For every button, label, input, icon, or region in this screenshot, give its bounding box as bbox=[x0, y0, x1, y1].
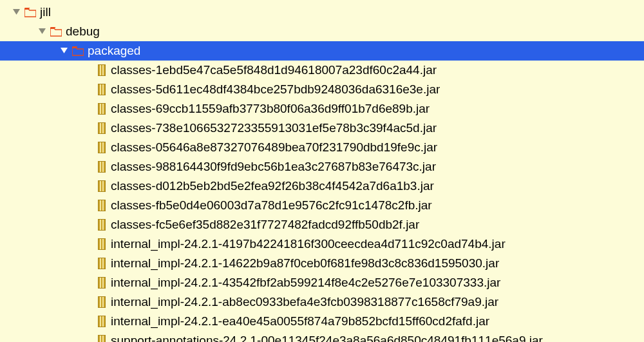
jar-file-icon bbox=[98, 335, 106, 342]
file-list: classes-1ebd5e47ca5e5f848d1d94618007a23d… bbox=[0, 61, 644, 342]
file-label: classes-1ebd5e47ca5e5f848d1d94618007a23d… bbox=[111, 61, 437, 80]
svg-marker-2 bbox=[61, 48, 68, 53]
tree-file-item[interactable]: classes-5d611ec48df4384bce257bdb9248036d… bbox=[0, 80, 644, 99]
jar-file-icon bbox=[98, 122, 106, 134]
file-label: classes-05646a8e87327076489bea70f231790d… bbox=[111, 138, 437, 157]
tree-file-item[interactable]: internal_impl-24.2.1-4197b42241816f300ce… bbox=[0, 234, 644, 254]
file-label: classes-fb5e0d4e06003d7a78d1e9576c2fc91c… bbox=[111, 196, 432, 215]
file-label: internal_impl-24.2.1-43542fbf2ab599214f8… bbox=[111, 273, 500, 292]
file-label: classes-988164430f9fd9ebc56b1ea3c27687b8… bbox=[111, 157, 436, 176]
tree-file-item[interactable]: internal_impl-24.2.1-ab8ec0933befa4e3fcb… bbox=[0, 292, 644, 312]
tree-file-item[interactable]: support-annotations-24.2.1-00e11345f24e3… bbox=[0, 331, 644, 342]
svg-marker-1 bbox=[39, 28, 46, 34]
tree-file-item[interactable]: internal_impl-24.2.1-ea40e45a0055f874a79… bbox=[0, 312, 644, 331]
disclosure-arrow-icon[interactable] bbox=[12, 8, 21, 17]
tree-folder-debug[interactable]: debug bbox=[0, 22, 644, 41]
file-label: classes-5d611ec48df4384bce257bdb9248036d… bbox=[111, 80, 440, 99]
tree-folder-packaged[interactable]: packaged bbox=[0, 41, 644, 61]
folder-icon bbox=[24, 8, 36, 17]
jar-file-icon bbox=[98, 277, 106, 289]
folder-icon bbox=[72, 46, 84, 56]
file-label: support-annotations-24.2.1-00e11345f24e3… bbox=[111, 331, 543, 342]
tree-file-item[interactable]: classes-fb5e0d4e06003d7a78d1e9576c2fc91c… bbox=[0, 196, 644, 215]
tree-file-item[interactable]: classes-69ccb11559afb3773b80f06a36d9ff01… bbox=[0, 99, 644, 119]
jar-file-icon bbox=[98, 296, 106, 308]
jar-file-icon bbox=[98, 258, 106, 269]
jar-file-icon bbox=[98, 64, 106, 76]
jar-file-icon bbox=[98, 316, 106, 327]
folder-label: packaged bbox=[88, 41, 140, 61]
file-label: internal_impl-24.2.1-ea40e45a0055f874a79… bbox=[111, 312, 489, 331]
tree-file-item[interactable]: classes-fc5e6ef35d882e31f7727482fadcd92f… bbox=[0, 215, 644, 234]
svg-marker-0 bbox=[13, 9, 20, 15]
disclosure-arrow-icon[interactable] bbox=[59, 46, 68, 55]
tree-file-item[interactable]: classes-d012b5eb2bd5e2fea92f26b38c4f4542… bbox=[0, 176, 644, 196]
file-label: internal_impl-24.2.1-ab8ec0933befa4e3fcb… bbox=[111, 292, 498, 312]
jar-file-icon bbox=[98, 103, 106, 115]
file-label: internal_impl-24.2.1-4197b42241816f300ce… bbox=[111, 234, 506, 254]
tree-file-item[interactable]: classes-738e1066532723355913031ef5e78b3c… bbox=[0, 119, 644, 138]
folder-label: jill bbox=[40, 3, 51, 22]
tree-file-item[interactable]: internal_impl-24.2.1-14622b9a87f0ceb0f68… bbox=[0, 254, 644, 273]
folder-label: debug bbox=[66, 22, 100, 41]
file-label: classes-738e1066532723355913031ef5e78b3c… bbox=[111, 119, 437, 138]
file-label: classes-69ccb11559afb3773b80f06a36d9ff01… bbox=[111, 99, 430, 119]
tree-file-item[interactable]: classes-988164430f9fd9ebc56b1ea3c27687b8… bbox=[0, 157, 644, 176]
file-label: classes-fc5e6ef35d882e31f7727482fadcd92f… bbox=[111, 215, 419, 234]
tree-file-item[interactable]: classes-1ebd5e47ca5e5f848d1d94618007a23d… bbox=[0, 61, 644, 80]
jar-file-icon bbox=[98, 142, 106, 153]
jar-file-icon bbox=[98, 161, 106, 173]
folder-icon bbox=[50, 27, 62, 37]
file-tree: jill debug packaged classes-1ebd5e4 bbox=[0, 0, 644, 342]
tree-file-item[interactable]: classes-05646a8e87327076489bea70f231790d… bbox=[0, 138, 644, 157]
tree-folder-jill[interactable]: jill bbox=[0, 3, 644, 22]
jar-file-icon bbox=[98, 238, 106, 250]
jar-file-icon bbox=[98, 200, 106, 211]
jar-file-icon bbox=[98, 180, 106, 192]
disclosure-arrow-icon[interactable] bbox=[37, 27, 46, 36]
file-label: classes-d012b5eb2bd5e2fea92f26b38c4f4542… bbox=[111, 176, 434, 196]
jar-file-icon bbox=[98, 84, 106, 95]
tree-file-item[interactable]: internal_impl-24.2.1-43542fbf2ab599214f8… bbox=[0, 273, 644, 292]
file-label: internal_impl-24.2.1-14622b9a87f0ceb0f68… bbox=[111, 254, 499, 273]
jar-file-icon bbox=[98, 219, 106, 231]
